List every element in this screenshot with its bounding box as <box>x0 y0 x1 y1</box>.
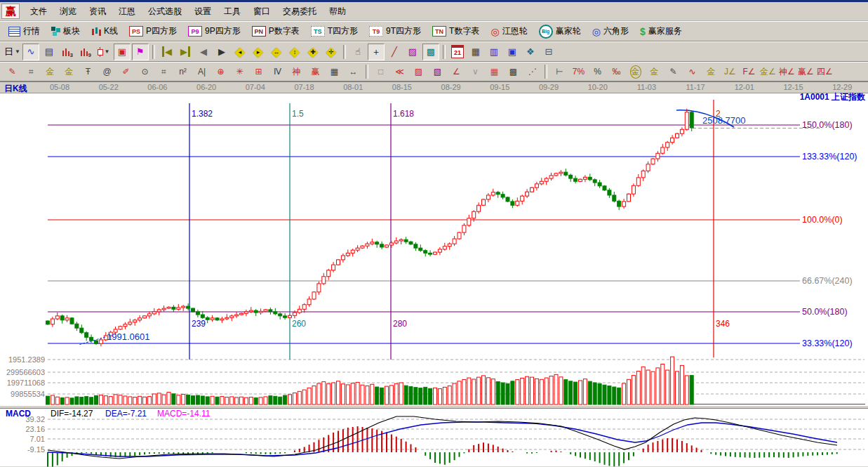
web-star-tool[interactable]: ✳ <box>231 63 248 80</box>
feature-9p-square[interactable]: P99P四方形 <box>182 22 246 41</box>
expand-diamond[interactable]: ◆↔ <box>268 44 285 60</box>
gold-angle-tool[interactable]: 金∠ <box>759 63 777 80</box>
last-button[interactable]: ▶ <box>177 44 194 60</box>
gold-circle-tool[interactable]: 金 <box>627 63 644 80</box>
box-select-tool[interactable]: □ <box>372 63 389 80</box>
feature-9t-square[interactable]: T99T四方形 <box>363 22 427 41</box>
gold-under-tool[interactable]: 金 <box>702 63 720 80</box>
percent-tool[interactable]: % <box>589 63 606 80</box>
period-day-dropdown[interactable]: 日▼ <box>4 44 21 60</box>
hash-tool[interactable]: ⌗ <box>155 63 173 80</box>
pattern-box-tool[interactable]: ▣ <box>114 44 131 60</box>
menu-item-6[interactable]: 工具 <box>218 4 247 20</box>
ying-angle-tool[interactable]: 赢∠ <box>797 63 815 80</box>
print-tool[interactable]: ⊟ <box>540 44 557 60</box>
grid-dots-box-tool[interactable]: ▩ <box>505 63 522 80</box>
shen-angle-tool[interactable]: 神∠ <box>778 63 796 80</box>
text-tool[interactable]: A| <box>193 63 211 80</box>
fan-box-tool[interactable]: ▨ <box>410 63 427 80</box>
gann-hash-tool[interactable]: ⌗ <box>22 63 40 80</box>
notes-tool[interactable]: ▥ <box>486 44 502 60</box>
zoom-out-diamond[interactable]: ◆✛ <box>323 44 340 60</box>
zigzag-kn-tool[interactable]: Ⅳ <box>269 63 286 80</box>
menu-item-7[interactable]: 窗口 <box>247 4 276 20</box>
bars-3-tool[interactable]: 3 <box>59 44 76 60</box>
bars-9-tool[interactable]: 9 <box>77 44 94 60</box>
percent-line-tool[interactable]: ‰ <box>608 63 625 80</box>
chart-canvas[interactable]: 05-0805-2206-0606-2007-0407-1808-0108-15… <box>0 81 868 467</box>
candle-style-dropdown[interactable]: ▼ <box>95 44 112 60</box>
parallel-lines-tool[interactable]: ⋰ <box>523 63 541 80</box>
date-label: 11-17 <box>686 83 705 91</box>
gold-fan-a-tool[interactable]: 金 <box>41 63 59 80</box>
trendline-tool[interactable]: ╱ <box>386 44 403 60</box>
feature-kline[interactable]: K线 <box>86 22 123 41</box>
ying-grid-tool[interactable]: 赢 <box>307 63 324 80</box>
menu-item-3[interactable]: 江恩 <box>112 4 142 20</box>
crosshair-tool[interactable]: ＋ <box>368 44 385 60</box>
feature-t-square[interactable]: TST四方形 <box>305 22 363 41</box>
web-box-tool[interactable]: ⊞ <box>250 63 267 80</box>
menu-item-9[interactable]: 帮助 <box>323 4 352 20</box>
gann-shape-tool[interactable]: ▨ <box>404 44 421 60</box>
volume-bar <box>254 398 258 404</box>
app-logo[interactable]: 赢 <box>1 4 20 19</box>
fan-box-dark-tool[interactable]: ▧ <box>429 63 446 80</box>
menu-item-2[interactable]: 资讯 <box>83 4 112 20</box>
gold-fan-b-tool[interactable]: 金 <box>60 63 78 80</box>
grid-dots-tool[interactable]: ▦ <box>486 63 503 80</box>
menu-item-0[interactable]: 文件 <box>24 4 53 20</box>
percent-7-tool[interactable]: 7% <box>570 63 587 80</box>
target-tool[interactable]: ⊕ <box>212 63 229 80</box>
v-wave-tool[interactable]: ∨ <box>467 63 484 80</box>
feature-p-square[interactable]: PSP四方形 <box>123 22 182 41</box>
pan-right-diamond[interactable]: ◆▸ <box>250 44 267 60</box>
calendar-tool[interactable]: 21 <box>449 44 466 60</box>
wave-a-tool[interactable]: ∿ <box>683 63 701 80</box>
brain-tool[interactable]: ▩ <box>422 44 439 60</box>
f-angle-tool[interactable]: F∠ <box>740 63 758 80</box>
prev-button[interactable]: ◀ <box>195 44 212 60</box>
menu-item-5[interactable]: 设置 <box>188 4 218 20</box>
first-button[interactable]: ◀ <box>159 44 175 60</box>
si-angle-tool[interactable]: 四∠ <box>816 63 834 80</box>
feature-p-number-table[interactable]: PNP数字表 <box>246 22 305 41</box>
info-note-tool[interactable]: ▤ <box>41 44 58 60</box>
fan-lines-tool[interactable]: ≪ <box>391 63 408 80</box>
shen-grid-tool[interactable]: 神 <box>288 63 305 80</box>
j-angle-tool[interactable]: J∠ <box>721 63 739 80</box>
share-tool[interactable]: ❖ <box>522 44 539 60</box>
gold-bars-tool[interactable]: 金 <box>646 63 663 80</box>
ruler-steps-tool[interactable]: ⊢ <box>551 63 568 80</box>
angle-lines-tool[interactable]: ∠ <box>448 63 465 80</box>
time-cycle-tool[interactable]: ⊙ <box>136 63 154 80</box>
feature-sectors[interactable]: 板块 <box>46 22 86 41</box>
hand-tool[interactable]: ☝ <box>349 44 366 60</box>
feature-t-number-table[interactable]: TNT数字表 <box>427 22 485 41</box>
menu-item-4[interactable]: 公式选股 <box>142 4 188 20</box>
feature-winner-wheel[interactable]: Big赢家轮 <box>533 22 587 41</box>
candle <box>293 313 296 315</box>
brush-line-tool[interactable]: ✎ <box>665 63 682 80</box>
brush-k-tool[interactable]: ✐ <box>117 63 135 80</box>
pan-left-diamond[interactable]: ◆◂ <box>232 44 248 60</box>
n-square-tool[interactable]: n² <box>174 63 192 80</box>
feature-gann-wheel[interactable]: ◎江恩轮 <box>485 22 533 41</box>
compress-diamond[interactable]: ◆↕ <box>286 44 303 60</box>
zigzag-tool[interactable]: ∿ <box>22 44 39 60</box>
save-tool[interactable]: ▣ <box>504 44 521 60</box>
feature-quotes[interactable]: 行情 <box>3 22 46 41</box>
brush-red-tool[interactable]: ✎ <box>4 63 21 80</box>
spiral-tool[interactable]: @ <box>98 63 116 80</box>
calculator-tool[interactable]: ▦ <box>467 44 484 60</box>
f-ruler-tool[interactable]: Ŧ <box>79 63 97 80</box>
feature-hexagon[interactable]: ◎六角形 <box>587 22 634 41</box>
zoom-in-diamond[interactable]: ◆✚ <box>305 44 321 60</box>
menu-item-1[interactable]: 浏览 <box>53 4 83 20</box>
span-arrow-tool[interactable]: ↔ <box>345 63 362 80</box>
menu-item-8[interactable]: 交易委托 <box>276 4 323 20</box>
next-button[interactable]: ▶ <box>213 44 230 60</box>
flag-filter-tool[interactable]: ⚑ <box>132 44 149 60</box>
grid-123-tool[interactable]: ▦ <box>326 63 343 80</box>
feature-winner-service[interactable]: $赢家服务 <box>634 22 688 41</box>
